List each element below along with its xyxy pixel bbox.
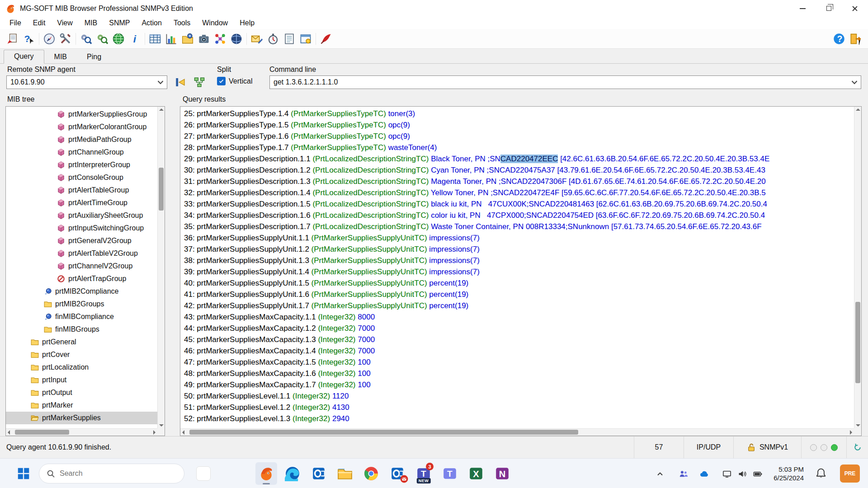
context-help-button[interactable]: ? — [21, 31, 37, 47]
send-query-button[interactable] — [174, 75, 187, 89]
query-result-row[interactable]: 47: prtMarkerSuppliesMaxCapacity.1.5 (In… — [180, 357, 854, 368]
taskbar-app-edge[interactable] — [282, 462, 303, 485]
split-vertical-checkbox[interactable]: Vertical — [217, 77, 252, 85]
tree-item-prtMIB2Groups[interactable]: prtMIB2Groups — [6, 298, 157, 310]
tree-item-prtGeneralV2Group[interactable]: prtGeneralV2Group — [6, 235, 157, 247]
menu-action[interactable]: Action — [136, 19, 167, 27]
query-result-row[interactable]: 41: prtMarkerSuppliesSupplyUnit.1.6 (Prt… — [180, 289, 854, 300]
query-result-row[interactable]: 35: prtMarkerSuppliesDescription.1.7 (Pr… — [180, 221, 854, 232]
taskbar-app-mib-browser[interactable] — [255, 462, 277, 485]
notes-button[interactable] — [281, 31, 297, 47]
query-result-row[interactable]: 39: prtMarkerSuppliesSupplyUnit.1.4 (Prt… — [180, 266, 854, 277]
maximize-button[interactable] — [816, 0, 842, 17]
notifications-button[interactable] — [816, 468, 826, 479]
query-result-row[interactable]: 40: prtMarkerSuppliesSupplyUnit.1.5 (Prt… — [180, 277, 854, 289]
globe-green-button[interactable] — [110, 31, 127, 47]
scroll-right-icon[interactable] — [153, 430, 156, 435]
query-result-row[interactable]: 45: prtMarkerSuppliesMaxCapacity.1.3 (In… — [180, 334, 854, 345]
remote-agent-combobox[interactable]: 10.61.9.90 — [6, 75, 167, 89]
minimize-button[interactable] — [789, 0, 816, 17]
tree-item-prtGeneral[interactable]: prtGeneral — [6, 336, 157, 348]
tree-item-prtInputSwitchingGroup[interactable]: prtInputSwitchingGroup — [6, 222, 157, 235]
compile-button[interactable] — [78, 31, 94, 47]
tray-onedrive[interactable] — [699, 469, 710, 479]
tree-item-prtLocalization[interactable]: prtLocalization — [6, 361, 157, 374]
results-horizontal-scrollbar[interactable] — [180, 428, 854, 436]
menu-file[interactable]: File — [4, 19, 27, 27]
camera-button[interactable] — [196, 31, 212, 47]
query-result-row[interactable]: 29: prtMarkerSuppliesDescription.1.1 (Pr… — [180, 153, 854, 164]
menu-edit[interactable]: Edit — [27, 19, 52, 27]
query-result-row[interactable]: 51: prtMarkerSuppliesLevel.1.2 (Integer3… — [180, 402, 854, 413]
taskbar-app-teams[interactable]: T3NEW — [413, 462, 434, 485]
query-result-row[interactable]: 26: prtMarkerSuppliesType.1.5 (PrtMarker… — [180, 119, 854, 131]
tree-item-prtConsoleGroup[interactable]: prtConsoleGroup — [6, 171, 157, 184]
tree-item-prtChannelV2Group[interactable]: prtChannelV2Group — [6, 260, 157, 272]
tree-item-prtMarker[interactable]: prtMarker — [6, 399, 157, 412]
info-button[interactable]: i — [127, 31, 143, 47]
query-result-row[interactable]: 37: prtMarkerSuppliesSupplyUnit.1.2 (Prt… — [180, 244, 854, 255]
refresh-icon[interactable] — [853, 443, 862, 452]
query-result-row[interactable]: 43: prtMarkerSuppliesMaxCapacity.1.1 (In… — [180, 311, 854, 323]
white-app-icon[interactable] — [196, 466, 211, 481]
tree-horizontal-scrollbar[interactable] — [6, 428, 157, 436]
modules-button[interactable] — [94, 31, 110, 47]
scroll-left-icon[interactable] — [8, 430, 10, 435]
query-result-row[interactable]: 50: prtMarkerSuppliesLevel.1.1 (Integer3… — [180, 390, 854, 402]
scrollbar-thumb[interactable] — [159, 168, 164, 211]
red-quill-button[interactable] — [318, 31, 334, 47]
tree-item-prtCover[interactable]: prtCover — [6, 348, 157, 361]
query-result-row[interactable]: 48: prtMarkerSuppliesMaxCapacity.1.6 (In… — [180, 368, 854, 379]
tree-item-prtInterpreterGroup[interactable]: prtInterpreterGroup — [6, 159, 157, 171]
taskbar-app-chrome[interactable] — [360, 462, 382, 485]
tree-item-prtAlertTableV2Group[interactable]: prtAlertTableV2Group — [6, 247, 157, 260]
tree-item-prtAlertTimeGroup[interactable]: prtAlertTimeGroup — [6, 197, 157, 209]
tools-button[interactable] — [57, 31, 74, 47]
query-result-row[interactable]: 27: prtMarkerSuppliesType.1.6 (PrtMarker… — [180, 131, 854, 142]
tab-ping[interactable]: Ping — [77, 51, 111, 64]
menu-mib[interactable]: MIB — [79, 19, 103, 27]
taskbar-app-onenote[interactable]: N — [491, 462, 513, 485]
menu-view[interactable]: View — [51, 19, 78, 27]
tree-item-prtChannelGroup[interactable]: prtChannelGroup — [6, 146, 157, 159]
tree-item-finMIBGroups[interactable]: finMIBGroups — [6, 323, 157, 336]
results-vertical-scrollbar[interactable] — [854, 107, 861, 428]
tree-item-prtOutput[interactable]: prtOutput — [6, 386, 157, 399]
scrollbar-thumb[interactable] — [189, 430, 578, 435]
menu-help[interactable]: Help — [234, 19, 260, 27]
query-result-row[interactable]: 42: prtMarkerSuppliesSupplyUnit.1.7 (Prt… — [180, 300, 854, 311]
menu-window[interactable]: Window — [196, 19, 234, 27]
tree-vertical-scrollbar[interactable] — [157, 107, 165, 428]
chart-view-button[interactable] — [163, 31, 179, 47]
scroll-right-icon[interactable] — [850, 430, 852, 435]
globe-dark-button[interactable] — [228, 31, 245, 47]
tree-item-prtMIB2Compliance[interactable]: prtMIB2Compliance — [6, 285, 157, 298]
tree-item-prtAlertTableGroup[interactable]: prtAlertTableGroup — [6, 184, 157, 197]
taskbar-clock[interactable]: 5:03 PM 6/25/2024 — [764, 465, 804, 483]
taskbar-search[interactable] — [39, 464, 184, 483]
query-result-row[interactable]: 34: prtMarkerSuppliesDescription.1.6 (Pr… — [180, 210, 854, 221]
tree-item-finMIBCompliance[interactable]: finMIBCompliance — [6, 310, 157, 323]
query-result-row[interactable]: 36: prtMarkerSuppliesSupplyUnit.1.1 (Prt… — [180, 232, 854, 244]
tree-item-prtMediaPathGroup[interactable]: prtMediaPathGroup — [6, 133, 157, 146]
checkbox-checked-icon[interactable] — [217, 77, 226, 85]
taskbar-app-todo[interactable]: T — [439, 462, 461, 485]
search-input[interactable] — [60, 469, 168, 478]
scroll-up-icon[interactable] — [856, 108, 860, 111]
chevron-down-icon[interactable] — [156, 77, 165, 87]
scrollbar-thumb[interactable] — [855, 302, 860, 383]
nodes-button[interactable] — [212, 31, 228, 47]
tray-teams[interactable] — [678, 469, 689, 479]
table-view-button[interactable] — [147, 31, 163, 47]
compass-button[interactable] — [41, 31, 57, 47]
query-result-row[interactable]: 31: prtMarkerSuppliesDescription.1.3 (Pr… — [180, 176, 854, 187]
agent-tree-button[interactable] — [193, 75, 206, 89]
scroll-down-icon[interactable] — [159, 424, 164, 427]
help-round-button[interactable]: ? — [831, 31, 847, 47]
tree-item-prtMarkerSupplies[interactable]: prtMarkerSupplies — [6, 412, 157, 424]
compose-mail-button[interactable] — [249, 31, 265, 47]
tree-item-prtMarkerColorantGroup[interactable]: prtMarkerColorantGroup — [6, 121, 157, 133]
tab-mib[interactable]: MIB — [44, 51, 77, 64]
query-result-row[interactable]: 49: prtMarkerSuppliesMaxCapacity.1.7 (In… — [180, 379, 854, 390]
taskbar-app-outlook-mail[interactable] — [387, 462, 408, 485]
